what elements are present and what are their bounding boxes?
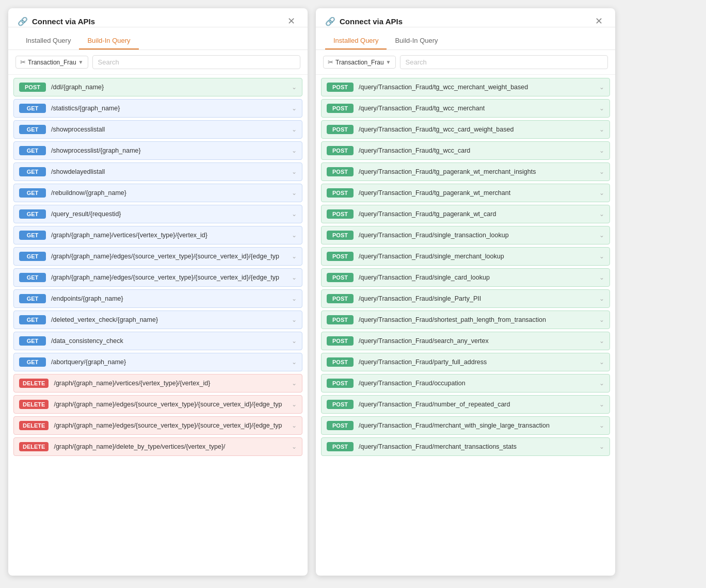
method-badge: POST — [327, 315, 354, 324]
api-row[interactable]: GET /abortquery/{graph_name} ⌄ — [13, 353, 302, 371]
chevron-expand-icon: ⌄ — [292, 422, 297, 429]
chevron-expand-icon: ⌄ — [599, 274, 604, 281]
api-path: /query/Transaction_Fraud/tg_pagerank_wt_… — [359, 168, 594, 175]
api-row[interactable]: GET /graph/{graph_name}/vertices/{vertex… — [13, 226, 302, 244]
chevron-expand-icon: ⌄ — [599, 316, 604, 323]
right-toolbar: ✂ Transaction_Frau ▼ — [316, 50, 615, 75]
method-badge: DELETE — [19, 442, 49, 451]
chevron-expand-icon: ⌄ — [292, 84, 297, 91]
method-badge: POST — [327, 125, 354, 134]
api-row[interactable]: GET /endpoints/{graph_name} ⌄ — [13, 289, 302, 308]
api-row[interactable]: GET /showdelayedlistall ⌄ — [13, 162, 302, 181]
api-row[interactable]: POST /query/Transaction_Fraud/single_car… — [321, 268, 610, 287]
api-row[interactable]: POST /query/Transaction_Fraud/merchant_t… — [321, 437, 610, 456]
right-panel-header: 🔗 Connect via APIs ✕ — [316, 8, 615, 27]
chevron-expand-icon: ⌄ — [292, 443, 297, 450]
method-badge: POST — [327, 273, 354, 282]
right-panel: 🔗 Connect via APIs ✕ Installed Query Bui… — [316, 8, 615, 576]
api-row[interactable]: GET /rebuildnow/{graph_name} ⌄ — [13, 184, 302, 202]
method-badge: POST — [327, 167, 354, 176]
api-row[interactable]: GET /showprocesslistall ⌄ — [13, 120, 302, 139]
api-row[interactable]: POST /query/Transaction_Fraud/number_of_… — [321, 395, 610, 414]
left-search-input[interactable] — [92, 55, 300, 69]
api-row[interactable]: POST /query/Transaction_Fraud/tg_wcc_car… — [321, 141, 610, 160]
chevron-expand-icon: ⌄ — [599, 401, 604, 408]
api-row[interactable]: GET /graph/{graph_name}/edges/{source_ve… — [13, 247, 302, 266]
api-row[interactable]: POST /query/Transaction_Fraud/tg_pageran… — [321, 162, 610, 181]
api-path: /ddl/{graph_name} — [51, 84, 286, 91]
method-badge: DELETE — [19, 421, 49, 430]
api-row[interactable]: POST /query/Transaction_Fraud/single_tra… — [321, 226, 610, 244]
api-row[interactable]: POST /query/Transaction_Fraud/tg_pageran… — [321, 184, 610, 202]
api-path: /query/Transaction_Fraud/search_any_vert… — [359, 337, 594, 345]
api-row[interactable]: POST /query/Transaction_Fraud/single_mer… — [321, 247, 610, 266]
right-tabs: Installed Query Build-In Query — [325, 32, 446, 50]
left-panel: 🔗 Connect via APIs ✕ Installed Query Bui… — [8, 8, 308, 576]
api-row[interactable]: GET /showprocesslist/{graph_name} ⌄ — [13, 141, 302, 160]
api-row[interactable]: GET /query_result/{requestid} ⌄ — [13, 205, 302, 223]
method-badge: GET — [19, 357, 46, 367]
method-badge: POST — [327, 209, 354, 219]
graph-icon-left: ✂ — [20, 58, 26, 66]
api-row[interactable]: POST /query/Transaction_Fraud/occupation… — [321, 374, 610, 393]
tab-installed-query-left[interactable]: Installed Query — [18, 32, 79, 50]
api-row[interactable]: POST /query/Transaction_Fraud/tg_wcc_car… — [321, 120, 610, 139]
api-row[interactable]: DELETE /graph/{graph_name}/vertices/{ver… — [13, 374, 302, 393]
api-row[interactable]: DELETE /graph/{graph_name}/edges/{source… — [13, 395, 302, 414]
chevron-expand-icon: ⌄ — [599, 168, 604, 175]
left-tabs: Installed Query Build-In Query — [18, 32, 139, 50]
api-path: /query_result/{requestid} — [51, 210, 286, 218]
chevron-expand-icon: ⌄ — [292, 295, 297, 302]
api-row[interactable]: POST /query/Transaction_Fraud/single_Par… — [321, 289, 610, 308]
right-graph-name: Transaction_Frau — [335, 59, 384, 66]
method-badge: POST — [327, 400, 354, 409]
api-row[interactable]: POST /query/Transaction_Fraud/shortest_p… — [321, 311, 610, 329]
left-close-button[interactable]: ✕ — [284, 15, 298, 27]
api-row[interactable]: POST /query/Transaction_Fraud/tg_pageran… — [321, 205, 610, 223]
api-path: /query/Transaction_Fraud/tg_pagerank_wt_… — [359, 210, 594, 218]
method-badge: GET — [19, 231, 46, 240]
chevron-expand-icon: ⌄ — [599, 380, 604, 387]
right-close-button[interactable]: ✕ — [592, 15, 606, 27]
api-row[interactable]: GET /graph/{graph_name}/edges/{source_ve… — [13, 268, 302, 287]
tab-buildin-query-right[interactable]: Build-In Query — [387, 32, 446, 50]
api-path: /deleted_vertex_check/{graph_name} — [51, 316, 286, 323]
method-badge: POST — [327, 379, 354, 388]
left-graph-selector[interactable]: ✂ Transaction_Frau ▼ — [15, 56, 88, 69]
api-row[interactable]: POST /query/Transaction_Fraud/search_any… — [321, 332, 610, 350]
api-row[interactable]: POST /query/Transaction_Fraud/tg_wcc_mer… — [321, 99, 610, 118]
method-badge: GET — [19, 167, 46, 176]
right-search-input[interactable] — [400, 55, 608, 69]
api-path: /query/Transaction_Fraud/shortest_path_l… — [359, 316, 594, 323]
api-path: /endpoints/{graph_name} — [51, 295, 286, 302]
method-badge: GET — [19, 188, 46, 198]
api-row[interactable]: GET /statistics/{graph_name} ⌄ — [13, 99, 302, 118]
api-path: /rebuildnow/{graph_name} — [51, 189, 286, 197]
chevron-expand-icon: ⌄ — [599, 126, 604, 133]
right-api-list: POST /query/Transaction_Fraud/tg_wcc_mer… — [316, 75, 615, 576]
api-row[interactable]: GET /deleted_vertex_check/{graph_name} ⌄ — [13, 311, 302, 329]
api-row[interactable]: DELETE /graph/{graph_name}/edges/{source… — [13, 416, 302, 435]
api-row[interactable]: POST /query/Transaction_Fraud/party_full… — [321, 353, 610, 371]
api-path: /query/Transaction_Fraud/tg_wcc_card_wei… — [359, 126, 594, 133]
chevron-expand-icon: ⌄ — [292, 189, 297, 197]
chevron-expand-icon: ⌄ — [599, 189, 604, 197]
api-path: /abortquery/{graph_name} — [51, 358, 286, 366]
api-path: /graph/{graph_name}/delete_by_type/verti… — [54, 443, 286, 450]
chevron-expand-icon: ⌄ — [599, 147, 604, 154]
link-icon-right: 🔗 — [325, 17, 335, 26]
api-path: /query/Transaction_Fraud/single_transact… — [359, 232, 594, 239]
tab-installed-query-right[interactable]: Installed Query — [325, 32, 387, 50]
left-api-list: POST /ddl/{graph_name} ⌄ GET /statistics… — [8, 75, 308, 576]
api-row[interactable]: POST /query/Transaction_Fraud/merchant_w… — [321, 416, 610, 435]
api-path: /graph/{graph_name}/vertices/{vertex_typ… — [54, 380, 286, 387]
method-badge: GET — [19, 209, 46, 219]
api-row[interactable]: POST /ddl/{graph_name} ⌄ — [13, 78, 302, 96]
api-path: /statistics/{graph_name} — [51, 105, 286, 112]
chevron-expand-icon: ⌄ — [599, 443, 604, 450]
tab-buildin-query-left[interactable]: Build-In Query — [79, 32, 138, 50]
right-graph-selector[interactable]: ✂ Transaction_Frau ▼ — [323, 56, 396, 69]
api-row[interactable]: GET /data_consistency_check ⌄ — [13, 332, 302, 350]
api-row[interactable]: DELETE /graph/{graph_name}/delete_by_typ… — [13, 437, 302, 456]
api-row[interactable]: POST /query/Transaction_Fraud/tg_wcc_mer… — [321, 78, 610, 96]
